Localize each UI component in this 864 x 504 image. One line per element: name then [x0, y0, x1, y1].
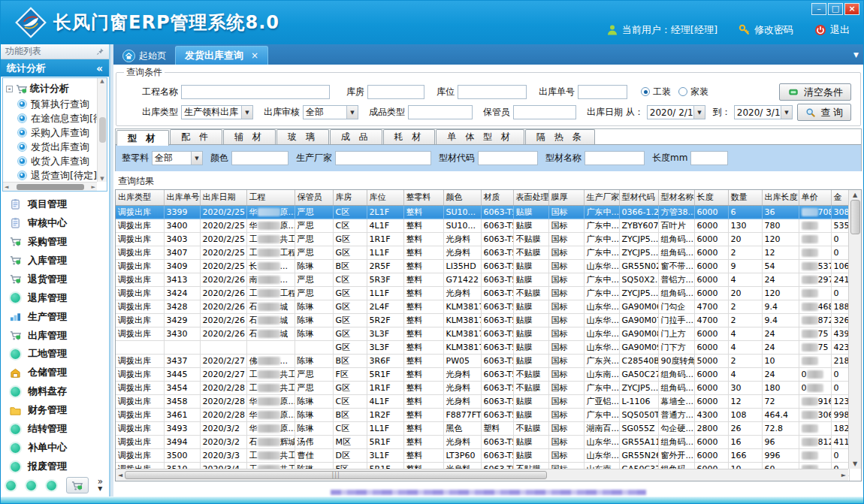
grid-horizontal-scrollbar[interactable]: ◄|||► — [116, 469, 848, 481]
close-button[interactable]: × — [844, 3, 859, 15]
clear-conditions-button[interactable]: 清空条件 — [779, 83, 851, 101]
material-tab-1[interactable]: 型 材 — [116, 130, 169, 146]
warehouse-input[interactable] — [367, 85, 424, 99]
table-row[interactable]: 调拨出库34072020/2/25工工程严思G区1L1F整料光身料6063-T5… — [116, 246, 849, 259]
tab-home[interactable]: 起始页 — [113, 47, 175, 65]
table-row[interactable]: 调拨出库34932020/3/2华原...陈琳C区1L1F整料黑色塑料不贴膜国标… — [116, 421, 849, 435]
radio-jiazhuang[interactable]: 家装 — [678, 86, 708, 98]
material-tab-7[interactable]: 单 体 型 材 — [436, 129, 524, 144]
out-type-select[interactable]: 生产领料出库▼ — [181, 105, 253, 119]
table-row[interactable]: 调拨出库33992020/2/25华原...严思C区2L1F整料SU10...6… — [116, 205, 849, 219]
column-header[interactable]: 表面处理 — [513, 190, 548, 205]
sidebar-module-出库管理[interactable]: 出库管理 — [10, 327, 109, 344]
column-header[interactable]: 长度 — [694, 190, 728, 205]
column-header[interactable]: 生产厂家 — [584, 190, 619, 205]
material-tab-2[interactable]: 配 件 — [170, 129, 222, 144]
sidebar-module-审核中心[interactable]: 审核中心 — [10, 215, 109, 231]
column-header[interactable]: 颜色 — [443, 190, 481, 205]
sidebar-module-仓储管理[interactable]: 仓储管理 — [10, 364, 109, 381]
tree-expander-icon[interactable]: - — [6, 86, 13, 92]
tree-item[interactable]: 发货出库查询 — [6, 140, 105, 154]
profile-code-input[interactable] — [478, 151, 538, 165]
column-header[interactable]: 出库长度 — [762, 190, 799, 205]
profile-name-input[interactable] — [585, 151, 645, 165]
product-type-input[interactable] — [408, 105, 473, 119]
sidebar-module-补单中心[interactable]: 补单中心 — [10, 439, 109, 456]
column-header[interactable]: 型材名称 — [658, 190, 694, 205]
column-header[interactable]: 出库类型 — [116, 190, 164, 205]
sidebar-module-采购管理[interactable]: 采购管理 — [10, 234, 109, 250]
column-header[interactable]: 型材代码 — [619, 190, 658, 205]
order-no-input[interactable] — [578, 85, 627, 99]
dropdown-arrow-icon[interactable]: ▼ — [241, 106, 252, 119]
module-cart-button[interactable] — [66, 477, 89, 493]
column-header[interactable]: 出库日期 — [200, 190, 246, 205]
grid-vertical-scrollbar[interactable]: ▲▼ — [848, 190, 861, 469]
radio-gongzhuang[interactable]: 工装 — [641, 86, 671, 98]
column-header[interactable]: 工程 — [246, 190, 295, 205]
audit-select[interactable]: 全部▼ — [303, 105, 358, 119]
date-from-picker[interactable]: 2020/ 2/16▼ — [647, 105, 705, 119]
tab-shipment-outbound-query[interactable]: 发货出库查询 × — [175, 46, 268, 65]
column-header[interactable]: 库位 — [367, 190, 403, 205]
table-row[interactable]: 调拨出库34612020/2/28华原...陈琳B区1R2F整料F8877FT6… — [116, 408, 849, 421]
table-row[interactable]: 调拨出库34002020/2/25华原...严思C区4L1F整料SU10...6… — [116, 219, 849, 232]
sidebar-module-入库管理[interactable]: 入库管理 — [10, 252, 109, 269]
table-row[interactable]: 调拨出库34942020/3/2石辉城汤伟M区5R1F整料光身料6063-T5贴… — [116, 435, 849, 448]
color-input[interactable] — [231, 151, 289, 165]
material-tab-6[interactable]: 耗 材 — [383, 129, 436, 144]
column-header[interactable]: 数量 — [728, 190, 762, 205]
material-tab-4[interactable]: 玻 璃 — [276, 129, 329, 144]
project-name-input[interactable] — [181, 85, 330, 99]
length-input[interactable] — [690, 151, 728, 165]
tree-item[interactable]: 退货查询[待定] — [6, 168, 105, 183]
column-header[interactable]: 单价 — [799, 190, 831, 205]
table-row[interactable]: 调拨出库34132020/2/26南...严思C区5R3F整料G71422606… — [116, 273, 849, 286]
tab-list-dropdown-icon[interactable]: ▼ — [853, 51, 859, 59]
minimize-button[interactable]: – — [811, 3, 826, 15]
tree-item[interactable]: 采购入库查询 — [6, 125, 105, 140]
date-to-picker[interactable]: 2020/ 3/16▼ — [734, 105, 793, 119]
table-row[interactable]: 调拨出库35002020/3/3工共工程曹佳D区3L1F整料LT3P606063… — [116, 448, 849, 462]
table-row[interactable]: 调拨出库34542020/2/28工共工程严思G区1R1F整料光身料6063-T… — [116, 381, 849, 394]
table-row[interactable]: 调拨出库34372020/2/27佛...陈琳B区3R6F整料PW056063-… — [116, 354, 849, 367]
column-header[interactable]: 膜厚 — [548, 190, 584, 205]
table-row[interactable]: 调拨出库34242020/2/26工工程严思G区1L1F整料光身料6063-T5… — [116, 286, 849, 300]
table-row[interactable]: 调拨出库34282020/2/26石城陈琳G区2L4F整料KLM38176063… — [116, 300, 849, 313]
column-header[interactable]: 库房 — [333, 190, 367, 205]
sidebar-module-报废管理[interactable]: 报废管理 — [10, 458, 109, 475]
section-header-statistics[interactable]: 统计分析 « — [1, 59, 109, 77]
dropdown-arrow-icon[interactable]: ▼ — [693, 106, 705, 119]
material-tab-8[interactable]: 隔 热 条 — [525, 129, 596, 144]
radio-gongzhuang-icon[interactable] — [641, 87, 650, 96]
table-row[interactable]: G区3L3F整料KLM38176063-T5贴膜国标山东华...GA90M09.… — [116, 340, 849, 354]
sidebar-module-项目管理[interactable]: 项目管理 — [10, 196, 109, 213]
sidebar-module-物料盘存[interactable]: 物料盘存 — [10, 383, 109, 400]
sidebar-module-退货管理[interactable]: 退货管理 — [10, 271, 109, 288]
module-dot-icon[interactable] — [6, 481, 16, 490]
keeper-input[interactable] — [513, 105, 576, 119]
table-row[interactable]: 调拨出库34032020/2/25工共工程严思G区1R1F整料光身料6063-T… — [116, 232, 849, 246]
more-modules-button[interactable]: »▾ — [98, 478, 103, 492]
pin-icon[interactable] — [96, 47, 104, 56]
collapse-icon[interactable]: « — [96, 62, 103, 74]
sidebar-module-退库管理[interactable]: 退库管理 — [10, 290, 109, 306]
tree-root-statistics[interactable]: - 统计分析 — [6, 80, 105, 97]
tree-item[interactable]: 收货入库查询 — [6, 154, 105, 168]
tree-horizontal-scrollbar[interactable]: ◄► — [3, 182, 97, 191]
whole-part-select[interactable]: 全部▼ — [152, 151, 203, 165]
table-row[interactable]: 调拨出库34452020/2/27工共工程严思F区5R1F整料光身料6063-T… — [116, 367, 849, 381]
column-header[interactable]: 金 — [831, 190, 849, 205]
sidebar-module-生产管理[interactable]: 生产管理 — [10, 309, 109, 325]
tree-item[interactable]: 在途信息查询[待 — [6, 111, 105, 125]
column-header[interactable]: 材质 — [481, 190, 513, 205]
sidebar-module-结转管理[interactable]: 结转管理 — [10, 421, 109, 437]
tree-vertical-scrollbar[interactable]: ▲▼ — [97, 78, 107, 182]
dropdown-arrow-icon[interactable]: ▼ — [191, 152, 202, 164]
material-tab-5[interactable]: 成 品 — [330, 129, 382, 144]
table-row[interactable]: 调拨出库34302020/2/26石城陈琳G区3L3F整料KLM38176063… — [116, 327, 849, 340]
material-tab-3[interactable]: 辅 材 — [223, 129, 276, 144]
column-header[interactable]: 保管员 — [295, 190, 333, 205]
table-row[interactable]: 调拨出库34292020/2/26石城陈琳G区5R2F整料KLM38176063… — [116, 313, 849, 327]
maker-input[interactable] — [335, 151, 431, 165]
